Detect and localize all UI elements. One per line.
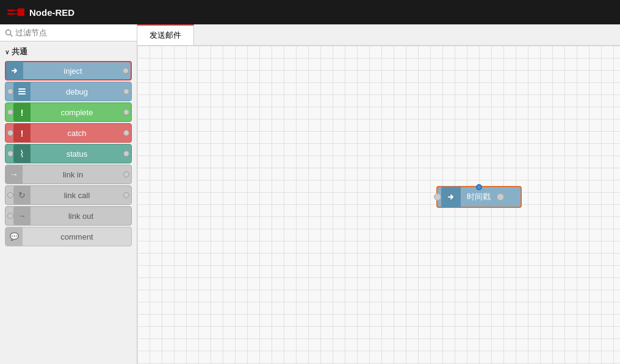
status-icon: ⌇ <box>13 145 31 163</box>
inject-right-port <box>123 68 129 74</box>
inject-right-flow-port <box>497 193 504 201</box>
search-icon <box>5 29 13 37</box>
linkout-left-port <box>7 213 13 219</box>
node-catch[interactable]: ! catch <box>5 123 132 143</box>
search-input[interactable] <box>15 28 132 37</box>
complete-right-port <box>123 109 129 115</box>
svg-line-6 <box>10 34 12 36</box>
inject-flow-icon <box>441 187 461 207</box>
catch-label: catch <box>31 129 123 138</box>
tabs-bar: 发送邮件 <box>137 24 620 46</box>
catch-left-port <box>7 130 13 136</box>
comment-icon: 💬 <box>5 227 23 246</box>
main-layout: ∨ 共通 inject <box>0 24 620 364</box>
linkcall-left-port <box>7 192 13 198</box>
catch-icon: ! <box>13 124 31 142</box>
inject-left-port <box>434 193 441 201</box>
chevron-down-icon: ∨ <box>5 49 9 55</box>
category-label: 共通 <box>12 46 27 57</box>
linkin-icon: → <box>5 165 23 184</box>
tab-label: 发送邮件 <box>150 30 181 41</box>
complete-label: complete <box>31 108 123 117</box>
node-comment[interactable]: 💬 comment <box>5 227 132 246</box>
debug-icon <box>13 82 31 101</box>
node-linkin[interactable]: → link in <box>5 165 132 184</box>
status-right-port <box>123 151 129 157</box>
category-common[interactable]: ∨ 共通 <box>0 44 137 60</box>
linkcall-label: link call <box>31 191 123 200</box>
node-linkout[interactable]: → link out <box>5 206 132 226</box>
tab-send-email[interactable]: 发送邮件 <box>137 24 194 45</box>
inject-icon <box>6 62 23 80</box>
node-inject[interactable]: inject <box>5 61 132 80</box>
catch-right-port <box>123 130 129 136</box>
app-logo: Node-RED <box>7 6 74 18</box>
sidebar: ∨ 共通 inject <box>0 24 137 364</box>
canvas-area: 发送邮件 时间戳 <box>137 24 620 364</box>
linkout-icon: → <box>13 207 31 225</box>
inject-top-dot <box>476 184 482 190</box>
debug-left-port <box>7 88 13 95</box>
complete-icon: ! <box>13 103 31 121</box>
node-red-icon <box>7 6 24 18</box>
complete-left-port <box>7 109 13 115</box>
node-list: ∨ 共通 inject <box>0 41 137 364</box>
linkin-right-port <box>123 171 129 177</box>
node-debug[interactable]: debug <box>5 82 132 101</box>
linkout-label: link out <box>31 212 131 221</box>
svg-rect-0 <box>7 10 14 12</box>
svg-rect-4 <box>18 9 24 16</box>
canvas-node-inject[interactable]: 时间戳 <box>436 186 522 208</box>
svg-rect-1 <box>7 13 14 15</box>
inject-flow-label: 时间戳 <box>461 191 497 202</box>
comment-label: comment <box>23 232 131 241</box>
node-complete[interactable]: ! complete <box>5 102 132 122</box>
inject-label: inject <box>23 66 123 76</box>
debug-right-port <box>123 88 129 95</box>
linkcall-right-port <box>123 192 129 198</box>
app-title: Node-RED <box>29 7 74 18</box>
search-bar <box>0 24 137 41</box>
status-label: status <box>31 149 123 159</box>
linkcall-icon: ↻ <box>13 186 31 204</box>
header: Node-RED <box>0 0 620 24</box>
linkin-label: link in <box>23 170 123 179</box>
node-status[interactable]: ⌇ status <box>5 144 132 163</box>
debug-lines-icon <box>18 88 26 95</box>
flow-canvas[interactable]: 时间戳 email <box>137 46 620 364</box>
node-linkcall[interactable]: ↻ link call <box>5 185 132 205</box>
status-left-port <box>7 151 13 157</box>
debug-label: debug <box>31 87 123 96</box>
